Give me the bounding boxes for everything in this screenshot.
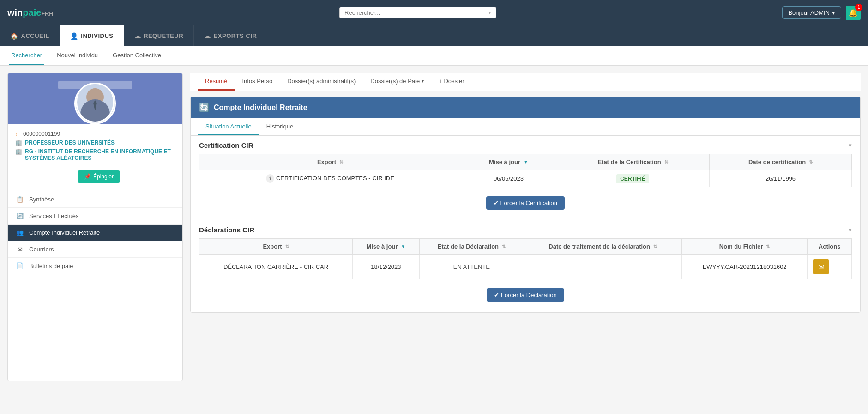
notification-badge: 1 — [855, 4, 862, 11]
cert-row1-info-icon[interactable]: ℹ — [266, 174, 274, 183]
cert-export-label: Export — [317, 158, 336, 165]
forcer-declaration-label: ✔ Forcer la Déclaration — [494, 292, 556, 298]
compte-icon: 👥 — [15, 229, 24, 236]
nav-label-accueil: ACCUEIL — [21, 32, 49, 39]
bonjour-button[interactable]: Bonjour ADMIN ▾ — [782, 6, 841, 19]
decl-etat-sort-icon: ⇅ — [502, 244, 506, 249]
cloud-requeteur-icon: ☁ — [134, 32, 141, 40]
decl-maj-label: Mise à jour — [366, 243, 398, 250]
cert-row1-maj: 06/06/2023 — [461, 170, 556, 187]
left-panel: 🏷 000000001199 🏢 PROFESSEUR DES UNIVERSI… — [7, 73, 183, 381]
declarations-toggle-icon[interactable]: ▾ — [849, 226, 852, 233]
sub-nav-nouvel-individu[interactable]: Nouvel Individu — [55, 46, 100, 65]
tab-infos-perso-label: Infos Perso — [242, 78, 272, 85]
cert-col-mise-a-jour[interactable]: Mise à jour ▼ — [461, 154, 556, 170]
decl-row1-nom-fichier: EWYYY.CAR-20231218031602 — [682, 255, 808, 279]
search-input[interactable] — [344, 9, 486, 16]
cert-row1-export: ℹ CERTIFICATION DES COMPTES - CIR IDE — [199, 170, 461, 187]
decl-nom-sort: Nom du Fichier ⇅ — [719, 243, 770, 250]
tab-dossier-admin[interactable]: Dossier(s) administratif(s) — [280, 73, 363, 91]
nav-item-accueil[interactable]: 🏠 ACCUEIL — [0, 25, 60, 46]
tab-infos-perso[interactable]: Infos Perso — [235, 73, 280, 91]
cert-col-etat[interactable]: Etat de la Certification ⇅ — [556, 154, 709, 170]
cir-header-icon: 🔄 — [199, 103, 209, 113]
decl-row1-actions: ✉ — [808, 255, 852, 279]
sub-nav-rechercher[interactable]: Rechercher — [9, 46, 44, 65]
decl-nom-sort-icon: ⇅ — [766, 244, 770, 249]
tab-resume[interactable]: Résumé — [198, 73, 235, 91]
decl-col-date-traitement[interactable]: Date de traitement de la déclaration ⇅ — [524, 239, 682, 255]
tab-dossier-admin-label: Dossier(s) administratif(s) — [287, 78, 356, 85]
synthese-icon: 📋 — [15, 196, 24, 203]
search-bar[interactable]: ▾ — [339, 7, 496, 18]
sidebar-item-compte-individuel[interactable]: 👥 Compte Individuel Retraite — [8, 225, 182, 241]
decl-export-sort: Export ⇅ — [263, 243, 289, 250]
forcer-certification-label: ✔ Forcer la Certification — [494, 200, 557, 207]
tab-plus-dossier-label: + Dossier — [439, 78, 464, 85]
certification-title: Certification CIR — [199, 141, 253, 149]
decl-actions-label: Actions — [819, 243, 841, 250]
nav-item-individus[interactable]: 👤 INDIVIDUS — [60, 25, 124, 46]
decl-col-maj[interactable]: Mise à jour ▼ — [353, 239, 420, 255]
notification-button[interactable]: 🔔 1 — [846, 6, 861, 20]
sub-nav-gestion-collective[interactable]: Gestion Collective — [111, 46, 163, 65]
sub-nav-gestion-collective-label: Gestion Collective — [113, 52, 161, 59]
right-panel: Résumé Infos Perso Dossier(s) administra… — [190, 73, 861, 381]
sidebar-courriers-label: Courriers — [29, 246, 54, 253]
cert-col-date[interactable]: Date de certification ⇅ — [710, 154, 852, 170]
decl-row1-maj-value: 18/12/2023 — [371, 263, 401, 270]
sidebar-item-services-effectues[interactable]: 🔄 Services Effectués — [8, 208, 182, 225]
nav-item-requeteur[interactable]: ☁ REQUETEUR — [124, 25, 194, 46]
decl-col-export[interactable]: Export ⇅ — [199, 239, 353, 255]
sidebar-item-bulletins-paie[interactable]: 📄 Bulletins de paie — [8, 258, 182, 274]
top-right-actions: Bonjour ADMIN ▾ 🔔 1 — [782, 6, 861, 20]
declarations-section: Déclarations CIR ▾ Export ⇅ — [191, 220, 860, 312]
tag-icon: 🏷 — [15, 131, 20, 137]
cert-etat-sort: Etat de la Certification ⇅ — [597, 158, 668, 165]
decl-col-etat[interactable]: Etat de la Déclaration ⇅ — [419, 239, 524, 255]
cert-export-sort: Export ⇅ — [317, 158, 343, 165]
tab-dossier-paie[interactable]: Dossier(s) de Paie ▾ — [363, 73, 431, 91]
cir-tab-historique-label: Historique — [266, 123, 294, 130]
cert-etat-label: Etat de la Certification — [597, 158, 661, 165]
cir-tab-situation-actuelle[interactable]: Situation Actuelle — [198, 118, 259, 135]
decl-row1-action-email-button[interactable]: ✉ — [813, 259, 829, 274]
declaration-row-1: DÉCLARATION CARRIÈRE - CIR CAR 18/12/202… — [199, 255, 852, 279]
cert-row1-date-value: 26/11/1996 — [766, 175, 796, 182]
declarations-title: Déclarations CIR — [199, 226, 254, 234]
bulletins-icon: 📄 — [15, 262, 24, 269]
forcer-certification-button[interactable]: ✔ Forcer la Certification — [486, 196, 565, 210]
cert-date-sort-icon: ⇅ — [809, 159, 813, 164]
main-tabs-bar: Résumé Infos Perso Dossier(s) administra… — [190, 73, 861, 91]
cir-header: 🔄 Compte Individuel Retraite — [191, 97, 860, 118]
services-icon: 🔄 — [15, 213, 24, 219]
tab-plus-dossier[interactable]: + Dossier — [431, 73, 471, 91]
cert-date-label: Date de certification — [748, 158, 806, 165]
decl-etat-sort: Etat de la Déclaration ⇅ — [438, 243, 506, 250]
sub-nav-rechercher-label: Rechercher — [11, 52, 42, 59]
cert-col-export[interactable]: Export ⇅ — [199, 154, 461, 170]
epingler-container: 📌 Épingler — [8, 166, 182, 191]
certification-section: Certification CIR ▾ Export ⇅ — [191, 136, 860, 220]
sidebar-item-courriers[interactable]: ✉ Courriers — [8, 241, 182, 258]
forcer-declaration-container: ✔ Forcer la Déclaration — [199, 284, 852, 306]
certification-toggle-icon[interactable]: ▾ — [849, 142, 852, 149]
cert-maj-sort-icon: ▼ — [524, 159, 528, 164]
forcer-declaration-button[interactable]: ✔ Forcer la Déclaration — [487, 288, 564, 302]
certification-row-1: ℹ CERTIFICATION DES COMPTES - CIR IDE 06… — [199, 170, 852, 187]
decl-col-nom-fichier[interactable]: Nom du Fichier ⇅ — [682, 239, 808, 255]
decl-maj-sort-icon: ▼ — [401, 244, 405, 249]
epingler-button[interactable]: 📌 Épingler — [78, 170, 120, 183]
email-icon: ✉ — [818, 262, 824, 271]
cert-row1-export-value: CERTIFICATION DES COMPTES - CIR IDE — [276, 175, 394, 182]
sidebar-item-synthese[interactable]: 📋 Synthèse — [8, 191, 182, 208]
sub-nav: Rechercher Nouvel Individu Gestion Colle… — [0, 46, 868, 66]
search-dropdown-icon: ▾ — [488, 10, 491, 16]
sub-nav-nouvel-individu-label: Nouvel Individu — [57, 52, 98, 59]
certification-section-header: Certification CIR ▾ — [199, 141, 852, 149]
cert-date-sort: Date de certification ⇅ — [748, 158, 813, 165]
nav-item-exports-cir[interactable]: ☁ EXPORTS CIR — [194, 25, 267, 46]
tab-dossier-paie-label: Dossier(s) de Paie — [370, 78, 420, 85]
cir-tab-historique[interactable]: Historique — [259, 118, 301, 135]
decl-export-sort-icon: ⇅ — [285, 244, 289, 249]
